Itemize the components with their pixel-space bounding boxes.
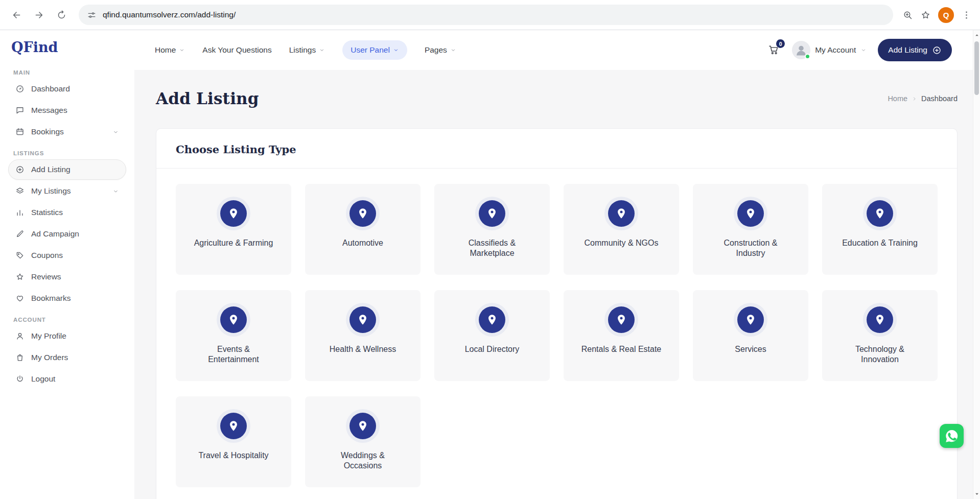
sidebar-item-dashboard[interactable]: Dashboard <box>8 79 126 99</box>
sidebar-section-title-account: ACCOUNT <box>13 317 121 323</box>
listing-type-health-wellness[interactable]: Health & Wellness <box>305 290 421 381</box>
pin-circle <box>349 413 376 439</box>
listing-type-construction-industry[interactable]: Construction & Industry <box>693 184 808 275</box>
listing-type-events-entertainment[interactable]: Events & Entertainment <box>176 290 291 381</box>
sidebar-item-my-profile[interactable]: My Profile <box>8 326 126 346</box>
sidebar-item-coupons[interactable]: Coupons <box>8 245 126 266</box>
listing-type-card: Choose Listing Type Agriculture & Farmin… <box>156 128 958 499</box>
cart-badge: 0 <box>776 39 785 48</box>
listing-type-automotive[interactable]: Automotive <box>305 184 421 275</box>
breadcrumb-current: Dashboard <box>921 94 958 103</box>
sidebar-item-label: Add Listing <box>31 165 71 174</box>
bookmark-star-icon[interactable] <box>920 10 931 20</box>
pin-ring <box>475 303 509 337</box>
sidebar-item-bookmarks[interactable]: Bookmarks <box>8 288 126 308</box>
listing-type-community-ngos[interactable]: Community & NGOs <box>564 184 679 275</box>
forward-button[interactable] <box>29 5 49 25</box>
sidebar-item-reviews[interactable]: Reviews <box>8 267 126 287</box>
chevron-down-icon <box>319 47 325 53</box>
listing-type-agriculture-farming[interactable]: Agriculture & Farming <box>176 184 291 275</box>
sidebar-item-messages[interactable]: Messages <box>8 100 126 121</box>
map-pin-icon <box>874 207 886 220</box>
breadcrumb-home[interactable]: Home <box>888 94 907 103</box>
map-pin-icon <box>486 314 498 326</box>
zoom-icon[interactable] <box>902 10 913 20</box>
address-bar[interactable]: qfind.quantumsolverz.com/add-listing/ <box>79 5 893 25</box>
browser-profile-avatar[interactable]: Q <box>938 7 954 23</box>
nav-item-label: User Panel <box>351 45 390 55</box>
kebab-menu-icon[interactable] <box>961 10 972 20</box>
pin-ring <box>734 197 767 230</box>
listing-type-label: Community & NGOs <box>585 238 659 248</box>
nav-item-ask-your-questions[interactable]: Ask Your Questions <box>202 45 271 55</box>
sidebar-item-statistics[interactable]: Statistics <box>8 202 126 223</box>
listing-type-label: Rentals & Real Estate <box>581 344 662 354</box>
my-account-menu[interactable]: My Account <box>792 41 867 59</box>
listing-type-label: Health & Wellness <box>330 344 396 354</box>
plus-circle-icon <box>932 45 942 55</box>
nav-item-user-panel[interactable]: User Panel <box>342 40 407 60</box>
pin-circle <box>737 306 764 333</box>
pin-ring <box>217 197 250 230</box>
scrollbar-thumb[interactable] <box>974 41 979 95</box>
map-pin-icon <box>227 314 240 326</box>
sidebar-item-add-listing[interactable]: Add Listing <box>8 159 126 180</box>
map-pin-icon <box>357 314 369 326</box>
sidebar-item-ad-campaign[interactable]: Ad Campaign <box>8 224 126 244</box>
add-listing-button[interactable]: Add Listing <box>878 39 952 61</box>
nav-item-home[interactable]: Home <box>155 45 185 55</box>
map-pin-icon <box>744 207 757 220</box>
pin-circle <box>349 306 376 333</box>
listing-type-local-directory[interactable]: Local Directory <box>434 290 550 381</box>
sidebar: QFind MAINDashboardMessagesBookingsLISTI… <box>0 30 134 499</box>
scrollbar-down-button[interactable] <box>973 490 980 498</box>
listing-type-technology-innovation[interactable]: Technology & Innovation <box>822 290 938 381</box>
pin-ring <box>604 197 638 230</box>
listing-type-travel-hospitality[interactable]: Travel & Hospitality <box>176 396 291 487</box>
pin-circle <box>608 200 635 227</box>
statistics-icon <box>15 208 25 217</box>
chevron-down-icon <box>112 188 119 195</box>
sidebar-item-logout[interactable]: Logout <box>8 369 126 389</box>
back-icon <box>11 10 22 20</box>
sidebar-item-my-listings[interactable]: My Listings <box>8 181 126 201</box>
pin-ring <box>346 303 380 337</box>
site-logo[interactable]: QFind <box>8 37 126 61</box>
listing-type-label: Events & Entertainment <box>193 344 274 364</box>
listing-type-label: Weddings & Occasions <box>322 450 403 470</box>
profile-icon <box>15 331 25 341</box>
map-pin-icon <box>357 207 369 220</box>
sidebar-item-bookings[interactable]: Bookings <box>8 122 126 142</box>
chevron-down-icon <box>450 47 456 53</box>
page-header: Add Listing Home Dashboard <box>156 89 958 108</box>
reload-button[interactable] <box>51 5 72 25</box>
nav-item-label: Listings <box>289 45 316 55</box>
sidebar-item-label: Messages <box>31 106 67 115</box>
bookmarks-icon <box>15 294 25 303</box>
sidebar-item-label: My Listings <box>31 186 71 196</box>
listing-type-label: Classifieds & Marketplace <box>452 238 532 258</box>
sidebar-item-my-orders[interactable]: My Orders <box>8 347 126 368</box>
nav-item-pages[interactable]: Pages <box>425 45 456 55</box>
cart-button[interactable]: 0 <box>767 43 781 57</box>
pin-ring <box>734 303 767 337</box>
back-button[interactable] <box>6 5 27 25</box>
whatsapp-button[interactable] <box>940 424 964 448</box>
listing-type-education-training[interactable]: Education & Training <box>822 184 938 275</box>
nav-item-label: Ask Your Questions <box>202 45 271 55</box>
forward-icon <box>34 10 44 20</box>
nav-item-label: Pages <box>425 45 447 55</box>
sidebar-item-label: Dashboard <box>31 84 70 93</box>
page-scrollbar[interactable] <box>973 30 980 499</box>
listing-type-rentals-real-estate[interactable]: Rentals & Real Estate <box>564 290 679 381</box>
url-text: qfind.quantumsolverz.com/add-listing/ <box>103 10 236 19</box>
scrollbar-up-button[interactable] <box>973 31 980 39</box>
divider <box>156 168 957 169</box>
listing-type-weddings-occasions[interactable]: Weddings & Occasions <box>305 396 421 487</box>
sidebar-item-label: Ad Campaign <box>31 229 79 239</box>
listing-type-services[interactable]: Services <box>693 290 808 381</box>
add-listing-button-label: Add Listing <box>888 45 927 55</box>
listing-type-label: Education & Training <box>842 238 918 248</box>
nav-item-listings[interactable]: Listings <box>289 45 325 55</box>
listing-type-classifieds-marketplace[interactable]: Classifieds & Marketplace <box>434 184 550 275</box>
